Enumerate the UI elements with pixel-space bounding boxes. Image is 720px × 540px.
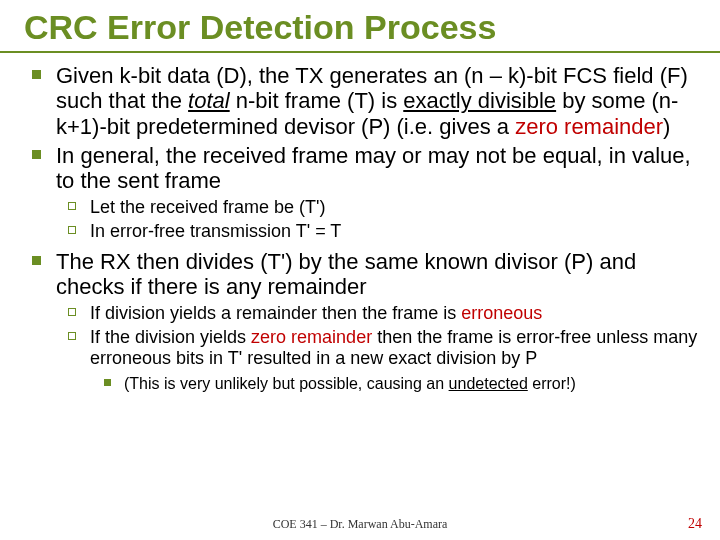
bullet-list: Let the received frame be (T')In error-f… bbox=[56, 197, 698, 242]
bullet-list: (This is very unlikely but possible, cau… bbox=[90, 374, 698, 393]
list-item: If the division yields zero remainder th… bbox=[90, 327, 698, 393]
footer-text: COE 341 – Dr. Marwan Abu-Amara bbox=[0, 517, 720, 532]
slide: CRC Error Detection Process Given k-bit … bbox=[0, 0, 720, 540]
list-item: (This is very unlikely but possible, cau… bbox=[124, 374, 698, 393]
list-item: Given k-bit data (D), the TX generates a… bbox=[56, 63, 698, 139]
bullet-list: Given k-bit data (D), the TX generates a… bbox=[22, 63, 698, 393]
page-number: 24 bbox=[688, 516, 702, 532]
slide-title: CRC Error Detection Process bbox=[22, 8, 698, 47]
list-item: The RX then divides (T') by the same kno… bbox=[56, 249, 698, 394]
bullet-list: If division yields a remainder then the … bbox=[56, 303, 698, 393]
list-item: In error-free transmission T' = T bbox=[90, 221, 698, 243]
list-item: Let the received frame be (T') bbox=[90, 197, 698, 219]
list-item: In general, the received frame may or ma… bbox=[56, 143, 698, 243]
title-rule bbox=[0, 51, 720, 53]
list-item: If division yields a remainder then the … bbox=[90, 303, 698, 325]
